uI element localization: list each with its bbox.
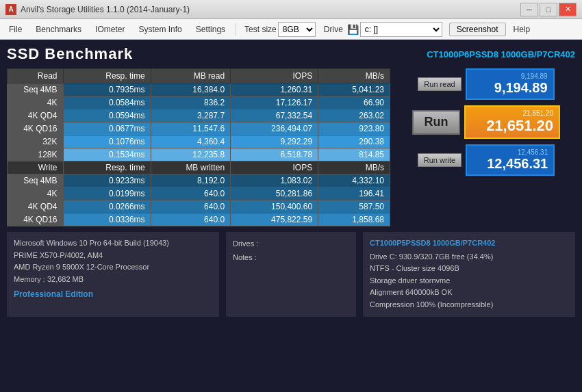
read-resp: 0.7935ms: [63, 83, 151, 96]
read-iops: 6,518.78: [231, 148, 318, 161]
pro-edition-label: Professional Edition: [14, 288, 212, 301]
compression-info: Compression 100% (Incompressible): [370, 299, 568, 311]
write-iops-header: IOPS: [231, 161, 318, 174]
alignment-info: Alignment 640000kB OK: [370, 287, 568, 299]
col-mbs: MB/s: [318, 69, 390, 83]
app-icon: A: [5, 4, 16, 15]
read-table-row: 32K 0.1076ms 4,360.4 9,292.29 290.38: [8, 135, 390, 148]
window-controls: ─ □ ✕: [520, 3, 577, 16]
write-mbs: 4,332.10: [318, 174, 390, 187]
write-label: 4K QD4: [8, 200, 64, 213]
write-resp: 0.0336ms: [63, 213, 151, 226]
read-score-small: 9,194.89: [472, 73, 548, 80]
ssd-header: SSD Benchmark CT1000P6PSSD8 1000GB/P7CR4…: [7, 45, 575, 63]
bottom-middle: Drives : Notes :: [226, 232, 356, 317]
read-label: 4K: [8, 96, 64, 109]
menu-benchmarks[interactable]: Benchmarks: [29, 22, 88, 37]
write-score-small: 12,456.31: [472, 148, 548, 156]
run-all-score-box: 21,651.20 21,651.20: [464, 105, 560, 139]
col-iops: IOPS: [231, 69, 318, 83]
menu-settings[interactable]: Settings: [190, 22, 231, 37]
run-all-button[interactable]: Run: [412, 110, 460, 135]
write-resp: 0.0266ms: [63, 200, 151, 213]
col-read: Read: [8, 69, 64, 83]
read-mb: 11,547.6: [151, 122, 230, 135]
run-read-section: Run read 9,194.89 9,194.89: [397, 68, 575, 100]
run-all-score-big: 21,651.20: [471, 117, 553, 135]
drive-label: Drive: [324, 25, 343, 34]
device-title: CT1000P5PSSD8 1000GB/P7CR402: [370, 237, 568, 250]
write-score-box: 12,456.31 12,456.31: [466, 144, 555, 176]
menu-iometer[interactable]: IOmeter: [89, 22, 131, 37]
ssd-title: SSD Benchmark: [7, 45, 133, 63]
minimize-button[interactable]: ─: [520, 3, 538, 16]
read-table-row: 4K 0.0584ms 836.2 17,126.17 66.90: [8, 96, 390, 109]
read-score-box: 9,194.89 9,194.89: [466, 68, 555, 100]
run-read-button[interactable]: Run read: [418, 77, 461, 91]
read-mbs: 5,041.23: [318, 83, 390, 96]
run-write-button[interactable]: Run write: [418, 153, 461, 167]
close-button[interactable]: ✕: [559, 3, 577, 16]
menu-bar: File Benchmarks IOmeter System Info Sett…: [0, 19, 582, 40]
bench-container: Read Resp. time MB read IOPS MB/s Seq 4M…: [7, 68, 575, 226]
drive-select[interactable]: c: []: [360, 22, 442, 37]
write-resp-header: Resp. time: [63, 161, 151, 174]
title-bar: A Anvil's Storage Utilities 1.1.0 (2014-…: [0, 0, 582, 19]
run-write-section: Run write 12,456.31 12,456.31: [397, 144, 575, 176]
read-label: 32K: [8, 135, 64, 148]
run-all-score-small: 21,651.20: [471, 109, 553, 117]
write-table-row: 4K QD4 0.0266ms 640.0 150,400.60 587.50: [8, 200, 390, 213]
board-info: PRIME X570-P/4002, AM4: [14, 250, 212, 262]
read-table: Read Resp. time MB read IOPS MB/s Seq 4M…: [7, 68, 390, 226]
write-mbs: 196.41: [318, 187, 390, 200]
bottom-right: CT1000P5PSSD8 1000GB/P7CR402 Drive C: 93…: [363, 232, 575, 317]
write-label: 4K QD16: [8, 213, 64, 226]
read-mb: 12,235.8: [151, 148, 230, 161]
drives-label: Drives :: [233, 237, 349, 251]
menu-systeminfo[interactable]: System Info: [132, 22, 188, 37]
title-bar-text: Anvil's Storage Utilities 1.1.0 (2014-Ja…: [21, 5, 520, 14]
write-mbs: 1,858.68: [318, 213, 390, 226]
write-mb: 8,192.0: [151, 174, 230, 187]
read-iops: 1,260.31: [231, 83, 318, 96]
read-resp: 0.0594ms: [63, 109, 151, 122]
write-iops: 150,400.60: [231, 200, 318, 213]
read-mb: 3,287.7: [151, 109, 230, 122]
read-resp: 0.0677ms: [63, 122, 151, 135]
read-mbs: 263.02: [318, 109, 390, 122]
read-table-row: 4K QD4 0.0594ms 3,287.7 67,332.54 263.02: [8, 109, 390, 122]
read-table-row: 128K 0.1534ms 12,235.8 6,518.78 814.85: [8, 148, 390, 161]
read-score-big: 9,194.89: [472, 80, 548, 96]
read-iops: 9,292.29: [231, 135, 318, 148]
write-score-big: 12,456.31: [472, 156, 548, 172]
read-label: 128K: [8, 148, 64, 161]
read-label: 4K QD16: [8, 122, 64, 135]
storage-driver: Storage driver stornvme: [370, 275, 568, 287]
screenshot-button[interactable]: Screenshot: [449, 23, 506, 36]
bench-table-area: Read Resp. time MB read IOPS MB/s Seq 4M…: [7, 68, 390, 226]
maximize-button[interactable]: □: [540, 3, 557, 16]
menu-help[interactable]: Help: [507, 22, 537, 37]
os-info: Microsoft Windows 10 Pro 64-bit Build (1…: [14, 237, 212, 250]
bottom-left: Microsoft Windows 10 Pro 64-bit Build (1…: [7, 232, 219, 317]
write-section-header: Write: [8, 161, 64, 174]
read-resp: 0.1076ms: [63, 135, 151, 148]
menu-separator: [236, 23, 236, 36]
read-label: 4K QD4: [8, 109, 64, 122]
write-resp: 0.0199ms: [63, 187, 151, 200]
memory-info: Memory : 32,682 MB: [14, 274, 212, 286]
write-mb: 640.0: [151, 213, 230, 226]
test-size-select[interactable]: 1GB 2GB 4GB 8GB 16GB 32GB: [278, 22, 316, 37]
test-size-label: Test size: [244, 25, 277, 34]
write-label: 4K: [8, 187, 64, 200]
right-panel: Run read 9,194.89 9,194.89 Run 21,651.20…: [397, 68, 575, 226]
read-mb: 16,384.0: [151, 83, 230, 96]
read-table-row: 4K QD16 0.0677ms 11,547.6 236,494.07 923…: [8, 122, 390, 135]
write-mbs: 587.50: [318, 200, 390, 213]
read-mb: 836.2: [151, 96, 230, 109]
read-label: Seq 4MB: [8, 83, 64, 96]
read-resp: 0.1534ms: [63, 148, 151, 161]
menu-file[interactable]: File: [3, 22, 28, 37]
read-resp: 0.0584ms: [63, 96, 151, 109]
read-iops: 236,494.07: [231, 122, 318, 135]
